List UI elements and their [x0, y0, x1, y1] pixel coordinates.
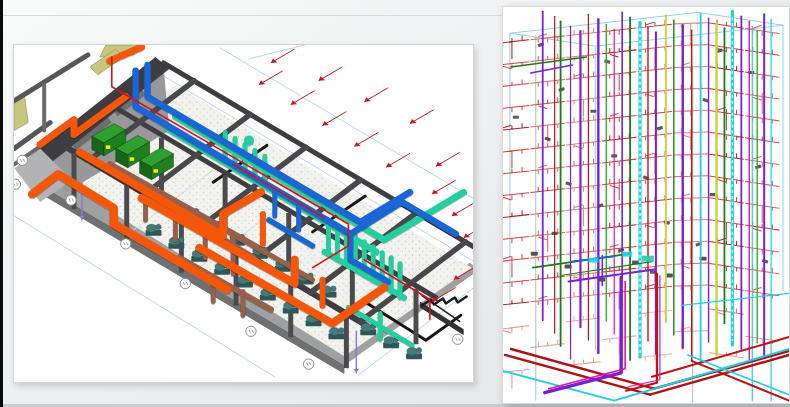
left-edge-strip [0, 0, 3, 407]
base-level-heavy-piping [503, 274, 789, 401]
plant-room-render-panel [13, 44, 474, 383]
riser-isometric-drawing [503, 7, 789, 403]
plant-room-isometric-drawing [14, 45, 473, 382]
slide-background [0, 0, 790, 407]
building-riser-render-panel [502, 6, 790, 404]
